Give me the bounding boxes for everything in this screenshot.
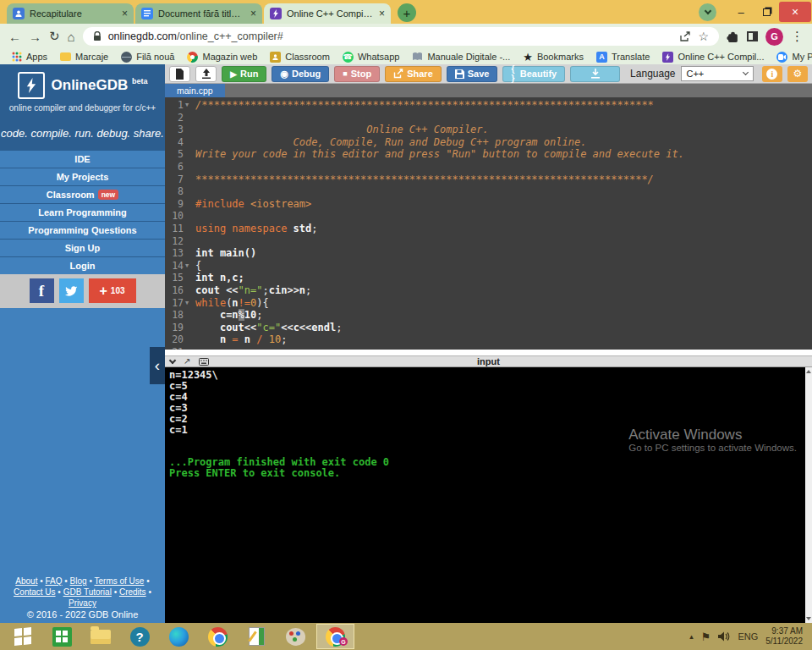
taskbar-journal[interactable]	[237, 623, 276, 650]
scroll-up-icon[interactable]	[806, 370, 811, 373]
bookmark-item[interactable]: Online C++ Compil...	[662, 52, 764, 63]
upload-button[interactable]	[195, 66, 217, 82]
bookmark-item[interactable]: Classroom	[270, 52, 330, 63]
menu-kebab-icon[interactable]: ⋮	[791, 29, 804, 44]
facebook-button[interactable]: f	[30, 278, 54, 303]
taskbar-help[interactable]: ?	[120, 623, 159, 650]
footer-link[interactable]: FAQ	[46, 576, 63, 586]
footer-link[interactable]: Contact Us	[14, 587, 55, 597]
taskbar-paint[interactable]	[276, 623, 315, 650]
download-button[interactable]	[570, 66, 620, 82]
address-bar[interactable]: onlinegdb.com/online_c++_compiler# ☆	[83, 27, 719, 46]
taskbar-clock[interactable]: 9:37 AM 5/11/2022	[765, 626, 803, 647]
code-line[interactable]: 5Write your code in this editor and pres…	[165, 148, 812, 161]
reload-button[interactable]: ↻	[49, 29, 60, 44]
bookmark-item[interactable]: Magazin web	[187, 52, 257, 63]
tab-close-icon[interactable]: ×	[122, 8, 128, 19]
code-line[interactable]: 10	[165, 210, 812, 223]
fold-arrow-icon[interactable]: ▼	[184, 99, 193, 112]
debug-button[interactable]: ◉Debug	[272, 66, 329, 82]
taskbar-chrome-active[interactable]: G	[316, 624, 354, 649]
extensions-icon[interactable]	[727, 30, 739, 43]
footer-link[interactable]: Terms of Use	[95, 576, 145, 586]
bookmark-item[interactable]: ☎Whatsapp	[343, 52, 400, 63]
speaker-icon[interactable]	[718, 631, 730, 642]
code-line[interactable]: 1▼/*************************************…	[165, 99, 812, 112]
sidebar-item-programming-questions[interactable]: Programming Questions	[0, 221, 165, 239]
twitter-button[interactable]	[59, 278, 84, 303]
bookmark-item[interactable]: Filă nouă	[121, 52, 174, 63]
minimize-button[interactable]: –	[728, 2, 754, 22]
tray-chevron-icon[interactable]: ▴	[689, 632, 694, 641]
bookmark-star-icon[interactable]: ☆	[698, 30, 709, 43]
forward-button[interactable]: →	[29, 30, 41, 44]
footer-link[interactable]: Credits	[119, 587, 146, 597]
code-line[interactable]: 9#include <iostream>	[165, 198, 812, 211]
sidebar-item-learn-programming[interactable]: Learn Programming	[0, 203, 165, 221]
side-panel-icon[interactable]	[747, 31, 758, 41]
footer-link[interactable]: Blog	[70, 576, 87, 586]
tab-close-icon[interactable]: ×	[250, 8, 256, 19]
code-line[interactable]: 3 Online C++ Compiler.	[165, 124, 812, 136]
share-button[interactable]: Share	[385, 66, 442, 82]
new-file-button[interactable]	[169, 66, 190, 82]
code-line[interactable]: 20 n = n / 10;	[165, 333, 812, 346]
sidebar-item-login[interactable]: Login	[0, 256, 165, 274]
code-line[interactable]: 11using namespace std;	[165, 223, 812, 235]
sidebar-item-my-projects[interactable]: My Projects	[0, 168, 165, 185]
code-line[interactable]: 7***************************************…	[165, 174, 812, 186]
code-line[interactable]: 17▼while(n!=0){	[165, 297, 812, 310]
footer-link[interactable]: Privacy	[69, 598, 96, 608]
code-line[interactable]: 12	[165, 235, 812, 248]
info-button[interactable]: i	[762, 66, 782, 82]
code-line[interactable]: 2	[165, 112, 812, 124]
bookmark-item[interactable]: ★Bookmarks	[523, 51, 584, 63]
new-tab-button[interactable]: +	[398, 3, 416, 22]
language-select[interactable]: C++	[681, 66, 754, 81]
code-line[interactable]: 6	[165, 161, 812, 174]
code-line[interactable]: 18 c=n%10;	[165, 309, 812, 322]
taskbar-store[interactable]	[42, 623, 81, 650]
back-button[interactable]: ←	[8, 30, 21, 44]
footer-link[interactable]: About	[15, 576, 37, 586]
restore-button[interactable]	[754, 2, 779, 22]
browser-tab[interactable]: Document fără titlu - Documente×	[135, 3, 262, 24]
sidebar-item-ide[interactable]: IDE	[0, 150, 165, 168]
editor-console-divider[interactable]	[165, 350, 812, 355]
beautify-button[interactable]: { }Beautify	[502, 66, 565, 82]
code-line[interactable]: 4 Code, Compile, Run and Debug C++ progr…	[165, 136, 812, 149]
run-button[interactable]: ▶Run	[222, 66, 266, 82]
bookmark-item[interactable]: My Profile - Zoom	[776, 52, 812, 63]
gplus-share-button[interactable]: + 103	[89, 278, 136, 303]
share-icon[interactable]	[679, 31, 691, 42]
code-line[interactable]: 13int main()	[165, 247, 812, 260]
console-output[interactable]: n=12345\c=5c=4c=3c=2c=1 ...Program finis…	[165, 367, 812, 623]
code-line[interactable]: 14▼{	[165, 260, 812, 273]
stop-button[interactable]: ■Stop	[334, 66, 380, 82]
file-tab-maincpp[interactable]: main.cpp	[165, 84, 225, 97]
sidebar-item-classroom[interactable]: Classroomnew	[0, 185, 165, 203]
settings-button[interactable]: ⚙	[787, 66, 808, 82]
taskbar-chrome[interactable]	[198, 623, 237, 650]
action-center-flag-icon[interactable]: ⚑	[701, 631, 711, 643]
home-button[interactable]: ⌂	[68, 30, 75, 44]
close-button[interactable]: ×	[779, 2, 811, 22]
sidebar-item-sign-up[interactable]: Sign Up	[0, 239, 165, 256]
console-scrollbar[interactable]	[805, 367, 812, 623]
code-line[interactable]: 8	[165, 185, 812, 198]
profile-avatar[interactable]: G	[765, 28, 783, 46]
scroll-down-icon[interactable]	[806, 617, 811, 620]
code-editor[interactable]: 1▼/*************************************…	[165, 97, 812, 350]
save-button[interactable]: Save	[447, 66, 498, 82]
footer-link[interactable]: GDB Tutorial	[63, 587, 112, 597]
fold-arrow-icon[interactable]: ▼	[184, 260, 193, 273]
taskbar-explorer[interactable]	[81, 623, 120, 650]
tab-close-icon[interactable]: ×	[379, 8, 385, 19]
tab-search-button[interactable]	[699, 3, 716, 21]
bookmark-item[interactable]: ATranslate	[596, 52, 650, 63]
browser-tab[interactable]: Recapitulare×	[7, 3, 134, 24]
code-line[interactable]: 16cout <<"n=";cin>>n;	[165, 284, 812, 297]
sidebar-collapse-handle[interactable]: ‹	[150, 347, 165, 384]
input-language[interactable]: ENG	[738, 631, 758, 642]
code-line[interactable]: 19 cout<<"c="<<c<<endl;	[165, 322, 812, 334]
